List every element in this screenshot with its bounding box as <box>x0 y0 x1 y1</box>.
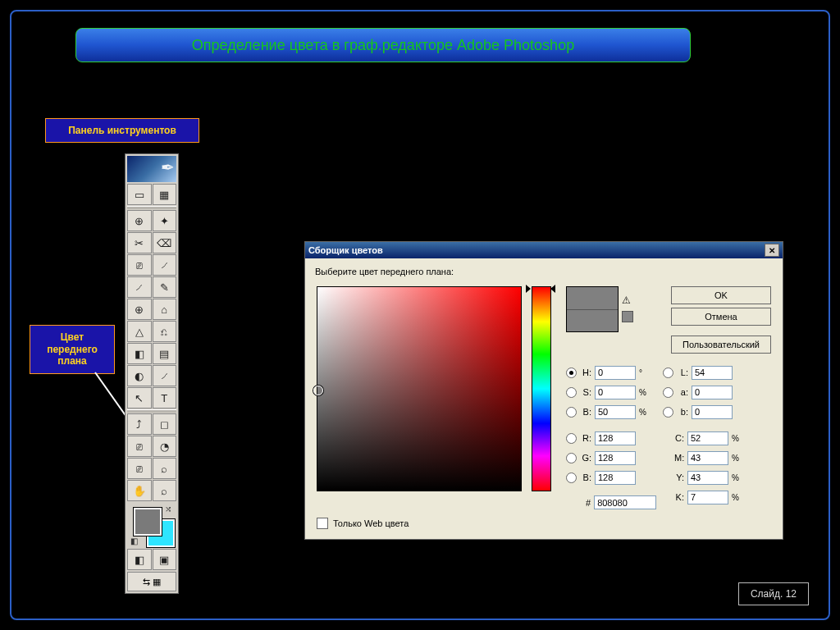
k-label: K: <box>674 492 684 502</box>
l-input[interactable] <box>692 366 733 380</box>
tool-button-8[interactable]: ⟋ <box>127 276 152 298</box>
pct-b: % <box>639 408 651 417</box>
tool-button-2[interactable]: ⊕ <box>127 210 152 231</box>
tool-button-20[interactable]: ⤴ <box>127 413 152 435</box>
tool-button-24[interactable]: ⎚ <box>127 458 152 479</box>
tool-button-3[interactable]: ✦ <box>153 210 177 231</box>
lab-b-input[interactable] <box>692 405 733 419</box>
tool-button-12[interactable]: △ <box>127 321 152 342</box>
tool-button-9[interactable]: ✎ <box>153 276 177 298</box>
tool-button-17[interactable]: ⟋ <box>153 365 177 386</box>
c-row: C: % <box>674 431 743 445</box>
tool-button-5[interactable]: ⌫ <box>153 232 177 253</box>
l-radio[interactable] <box>663 368 673 378</box>
lab-b-radio[interactable] <box>663 407 673 418</box>
tool-button-19[interactable]: T <box>153 387 177 409</box>
tool-button-21[interactable]: ◻ <box>153 413 177 435</box>
slide-number-text: Слайд. 12 <box>751 588 797 600</box>
foreground-color-swatch[interactable] <box>134 508 162 536</box>
tool-button-6[interactable]: ⎚ <box>127 254 152 276</box>
color-field[interactable] <box>317 286 522 491</box>
slide-title: Определение цвета в граф.редакторе Adobe… <box>75 28 691 62</box>
r-input[interactable] <box>595 431 636 445</box>
y-input[interactable] <box>687 471 728 485</box>
l-label: L: <box>677 368 688 377</box>
s-input[interactable] <box>595 386 636 399</box>
g-radio[interactable] <box>566 453 577 463</box>
bl-row: B: <box>566 470 636 485</box>
jump-to-imageready-button[interactable]: ⇆ ▦ <box>127 572 176 591</box>
toolbar-header: ✒ <box>127 156 176 182</box>
tools-panel-label: Панель инструментов <box>45 118 199 143</box>
tool-button-22[interactable]: ⎚ <box>127 436 152 457</box>
hex-input[interactable] <box>594 495 656 509</box>
photoshop-feather-icon: ✒ <box>161 158 175 177</box>
mode-button-0[interactable]: ◧ <box>127 549 152 570</box>
web-only-checkbox[interactable] <box>317 518 328 529</box>
c-input[interactable] <box>687 431 728 445</box>
s-radio[interactable] <box>566 387 577 398</box>
swap-colors-icon[interactable]: ⤭ <box>165 504 171 514</box>
jump-icon: ⇆ ▦ <box>143 577 161 587</box>
g-input[interactable] <box>595 451 636 465</box>
ok-text: OK <box>714 290 728 300</box>
tool-button-4[interactable]: ✂ <box>127 232 152 253</box>
r-row: R: <box>566 431 636 445</box>
hex-row: # <box>586 495 656 509</box>
b-input[interactable] <box>595 405 636 419</box>
tool-button-26[interactable]: ✋ <box>127 480 152 501</box>
bl-radio[interactable] <box>566 472 577 483</box>
tool-button-15[interactable]: ▤ <box>153 343 177 364</box>
s-label: S: <box>580 387 591 397</box>
slide-number: Слайд. 12 <box>738 582 809 605</box>
tools-panel-label-text: Панель инструментов <box>68 125 176 136</box>
ok-button[interactable]: OK <box>671 286 771 304</box>
pct-y: % <box>732 473 743 482</box>
tool-button-23[interactable]: ◔ <box>153 436 177 457</box>
y-label: Y: <box>674 472 684 482</box>
color-picker-dialog: Сборщик цветов ✕ Выберите цвет переднего… <box>304 241 783 540</box>
bl-input[interactable] <box>595 471 636 485</box>
bl-label: B: <box>580 472 591 482</box>
k-row: K: % <box>674 490 743 504</box>
tool-button-1[interactable]: ▦ <box>153 184 177 205</box>
close-button[interactable]: ✕ <box>765 244 779 257</box>
tool-button-27[interactable]: ⌕ <box>153 480 177 501</box>
instruction-text: Выберите цвет переднего плана: <box>315 267 773 276</box>
b-radio[interactable] <box>566 407 577 418</box>
custom-button[interactable]: Пользовательский <box>671 336 771 354</box>
tool-button-14[interactable]: ◧ <box>127 343 152 364</box>
tool-button-13[interactable]: ⎌ <box>153 321 177 342</box>
g-label: G: <box>580 453 591 463</box>
mode-button-1[interactable]: ▣ <box>153 549 177 570</box>
tool-button-0[interactable]: ▭ <box>127 184 152 205</box>
r-radio[interactable] <box>566 433 577 444</box>
pct-k: % <box>732 493 743 502</box>
color-field-cursor-icon <box>313 386 323 395</box>
gamut-warning-icon[interactable]: ⚠ <box>622 294 631 306</box>
a-input[interactable] <box>692 386 733 399</box>
cancel-button[interactable]: Отмена <box>671 308 771 326</box>
websafe-warning-icon[interactable] <box>622 311 633 322</box>
a-radio[interactable] <box>663 387 673 398</box>
web-only-row: Только Web цвета <box>317 518 409 529</box>
r-label: R: <box>580 433 591 443</box>
tool-button-11[interactable]: ⌂ <box>153 299 177 320</box>
h-input[interactable] <box>595 366 636 380</box>
m-input[interactable] <box>687 451 728 465</box>
tool-button-7[interactable]: ⟋ <box>153 254 177 276</box>
k-input[interactable] <box>687 491 728 504</box>
lab-b-row: b: <box>663 404 733 419</box>
default-colors-icon[interactable]: ◧ <box>130 536 138 546</box>
a-label: a: <box>677 387 688 397</box>
hue-slider[interactable] <box>532 286 551 491</box>
c-label: C: <box>674 433 684 443</box>
tool-button-10[interactable]: ⊕ <box>127 299 152 320</box>
tool-button-25[interactable]: ⌕ <box>153 458 177 479</box>
web-only-label: Только Web цвета <box>333 518 409 528</box>
custom-text: Пользовательский <box>682 340 760 349</box>
dialog-titlebar: Сборщик цветов ✕ <box>305 242 783 258</box>
tool-button-16[interactable]: ◐ <box>127 365 152 386</box>
tool-button-18[interactable]: ↖ <box>127 387 152 409</box>
h-radio[interactable] <box>566 368 577 378</box>
